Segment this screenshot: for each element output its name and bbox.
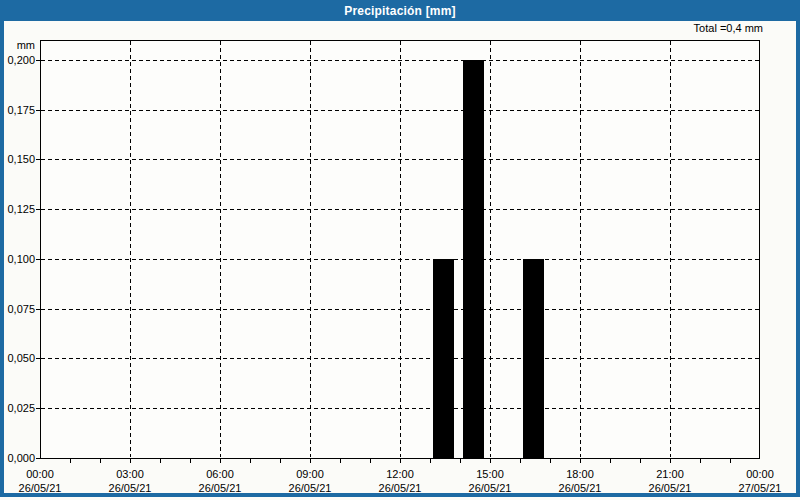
plot-background: [40, 40, 760, 458]
y-tick-label: 0,125: [7, 203, 35, 215]
precipitation-chart: 0,0000,0250,0500,0750,1000,1250,1500,175…: [0, 0, 800, 500]
y-tick-label: 0,100: [7, 253, 35, 265]
precipitation-bar: [433, 259, 454, 458]
precipitation-chart-window: 0,0000,0250,0500,0750,1000,1250,1500,175…: [0, 0, 800, 500]
y-tick-label: 0,025: [7, 402, 35, 414]
x-tick-time-label: 00:00: [746, 468, 774, 480]
y-tick-label: 0,150: [7, 153, 35, 165]
window-frame-left: [0, 21, 4, 497]
x-tick-time-label: 12:00: [386, 468, 414, 480]
x-tick-time-label: 00:00: [26, 468, 54, 480]
window-frame-bottom: [0, 493, 800, 497]
y-tick-label: 0,075: [7, 303, 35, 315]
x-tick-time-label: 18:00: [566, 468, 594, 480]
window-frame-right: [796, 21, 800, 497]
x-tick-time-label: 15:00: [476, 468, 504, 480]
x-tick-time-label: 09:00: [296, 468, 324, 480]
x-tick-time-label: 21:00: [656, 468, 684, 480]
precipitation-bar: [523, 259, 544, 458]
y-tick-label: 0,200: [7, 54, 35, 66]
y-axis-unit-label: mm: [0, 39, 35, 51]
y-tick-label: 0,175: [7, 104, 35, 116]
total-label: Total =0,4 mm: [694, 22, 763, 34]
precipitation-bar: [463, 60, 484, 458]
y-tick-label: 0,000: [7, 452, 35, 464]
x-tick-time-label: 03:00: [116, 468, 144, 480]
chart-title: Precipitación [mm]: [344, 4, 456, 18]
x-tick-time-label: 06:00: [206, 468, 234, 480]
y-tick-label: 0,050: [7, 352, 35, 364]
titlebar: Precipitación [mm]: [0, 0, 800, 21]
